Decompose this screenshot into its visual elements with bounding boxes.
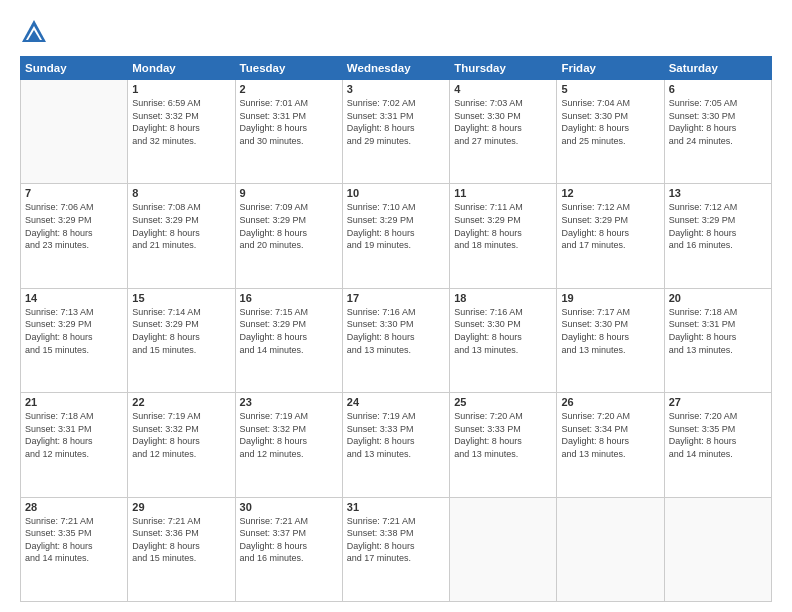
day-info: Sunrise: 7:16 AMSunset: 3:30 PMDaylight:…: [454, 306, 552, 356]
day-number: 13: [669, 187, 767, 199]
day-cell-1: 1Sunrise: 6:59 AMSunset: 3:32 PMDaylight…: [128, 80, 235, 184]
day-cell-25: 25Sunrise: 7:20 AMSunset: 3:33 PMDayligh…: [450, 393, 557, 497]
day-cell-8: 8Sunrise: 7:08 AMSunset: 3:29 PMDaylight…: [128, 184, 235, 288]
day-cell-13: 13Sunrise: 7:12 AMSunset: 3:29 PMDayligh…: [664, 184, 771, 288]
day-number: 9: [240, 187, 338, 199]
day-cell-14: 14Sunrise: 7:13 AMSunset: 3:29 PMDayligh…: [21, 288, 128, 392]
header: [20, 18, 772, 46]
empty-cell: [450, 497, 557, 601]
day-number: 6: [669, 83, 767, 95]
day-cell-23: 23Sunrise: 7:19 AMSunset: 3:32 PMDayligh…: [235, 393, 342, 497]
day-cell-9: 9Sunrise: 7:09 AMSunset: 3:29 PMDaylight…: [235, 184, 342, 288]
day-number: 4: [454, 83, 552, 95]
day-info: Sunrise: 7:21 AMSunset: 3:35 PMDaylight:…: [25, 515, 123, 565]
col-header-saturday: Saturday: [664, 57, 771, 80]
day-cell-12: 12Sunrise: 7:12 AMSunset: 3:29 PMDayligh…: [557, 184, 664, 288]
day-number: 28: [25, 501, 123, 513]
day-info: Sunrise: 7:19 AMSunset: 3:33 PMDaylight:…: [347, 410, 445, 460]
day-info: Sunrise: 7:16 AMSunset: 3:30 PMDaylight:…: [347, 306, 445, 356]
calendar-header-row: SundayMondayTuesdayWednesdayThursdayFrid…: [21, 57, 772, 80]
day-cell-24: 24Sunrise: 7:19 AMSunset: 3:33 PMDayligh…: [342, 393, 449, 497]
day-number: 21: [25, 396, 123, 408]
day-number: 17: [347, 292, 445, 304]
day-cell-17: 17Sunrise: 7:16 AMSunset: 3:30 PMDayligh…: [342, 288, 449, 392]
day-cell-16: 16Sunrise: 7:15 AMSunset: 3:29 PMDayligh…: [235, 288, 342, 392]
day-cell-30: 30Sunrise: 7:21 AMSunset: 3:37 PMDayligh…: [235, 497, 342, 601]
day-info: Sunrise: 7:01 AMSunset: 3:31 PMDaylight:…: [240, 97, 338, 147]
day-info: Sunrise: 7:12 AMSunset: 3:29 PMDaylight:…: [669, 201, 767, 251]
week-row-2: 7Sunrise: 7:06 AMSunset: 3:29 PMDaylight…: [21, 184, 772, 288]
day-cell-3: 3Sunrise: 7:02 AMSunset: 3:31 PMDaylight…: [342, 80, 449, 184]
day-number: 12: [561, 187, 659, 199]
day-info: Sunrise: 7:04 AMSunset: 3:30 PMDaylight:…: [561, 97, 659, 147]
day-cell-18: 18Sunrise: 7:16 AMSunset: 3:30 PMDayligh…: [450, 288, 557, 392]
day-number: 22: [132, 396, 230, 408]
calendar: SundayMondayTuesdayWednesdayThursdayFrid…: [20, 56, 772, 602]
day-number: 2: [240, 83, 338, 95]
day-number: 3: [347, 83, 445, 95]
day-cell-6: 6Sunrise: 7:05 AMSunset: 3:30 PMDaylight…: [664, 80, 771, 184]
day-number: 10: [347, 187, 445, 199]
day-cell-28: 28Sunrise: 7:21 AMSunset: 3:35 PMDayligh…: [21, 497, 128, 601]
day-cell-21: 21Sunrise: 7:18 AMSunset: 3:31 PMDayligh…: [21, 393, 128, 497]
day-info: Sunrise: 7:06 AMSunset: 3:29 PMDaylight:…: [25, 201, 123, 251]
day-number: 18: [454, 292, 552, 304]
day-number: 14: [25, 292, 123, 304]
day-number: 20: [669, 292, 767, 304]
day-cell-29: 29Sunrise: 7:21 AMSunset: 3:36 PMDayligh…: [128, 497, 235, 601]
day-info: Sunrise: 7:20 AMSunset: 3:34 PMDaylight:…: [561, 410, 659, 460]
day-info: Sunrise: 7:15 AMSunset: 3:29 PMDaylight:…: [240, 306, 338, 356]
day-cell-5: 5Sunrise: 7:04 AMSunset: 3:30 PMDaylight…: [557, 80, 664, 184]
day-number: 19: [561, 292, 659, 304]
day-number: 5: [561, 83, 659, 95]
day-number: 7: [25, 187, 123, 199]
day-cell-15: 15Sunrise: 7:14 AMSunset: 3:29 PMDayligh…: [128, 288, 235, 392]
day-info: Sunrise: 7:03 AMSunset: 3:30 PMDaylight:…: [454, 97, 552, 147]
day-cell-11: 11Sunrise: 7:11 AMSunset: 3:29 PMDayligh…: [450, 184, 557, 288]
day-number: 1: [132, 83, 230, 95]
week-row-1: 1Sunrise: 6:59 AMSunset: 3:32 PMDaylight…: [21, 80, 772, 184]
day-info: Sunrise: 7:13 AMSunset: 3:29 PMDaylight:…: [25, 306, 123, 356]
empty-cell: [664, 497, 771, 601]
day-cell-7: 7Sunrise: 7:06 AMSunset: 3:29 PMDaylight…: [21, 184, 128, 288]
day-number: 24: [347, 396, 445, 408]
day-info: Sunrise: 7:09 AMSunset: 3:29 PMDaylight:…: [240, 201, 338, 251]
day-number: 15: [132, 292, 230, 304]
day-number: 11: [454, 187, 552, 199]
day-cell-22: 22Sunrise: 7:19 AMSunset: 3:32 PMDayligh…: [128, 393, 235, 497]
day-info: Sunrise: 7:08 AMSunset: 3:29 PMDaylight:…: [132, 201, 230, 251]
day-number: 16: [240, 292, 338, 304]
day-cell-2: 2Sunrise: 7:01 AMSunset: 3:31 PMDaylight…: [235, 80, 342, 184]
week-row-4: 21Sunrise: 7:18 AMSunset: 3:31 PMDayligh…: [21, 393, 772, 497]
day-cell-31: 31Sunrise: 7:21 AMSunset: 3:38 PMDayligh…: [342, 497, 449, 601]
day-info: Sunrise: 7:19 AMSunset: 3:32 PMDaylight:…: [132, 410, 230, 460]
col-header-friday: Friday: [557, 57, 664, 80]
day-info: Sunrise: 7:21 AMSunset: 3:37 PMDaylight:…: [240, 515, 338, 565]
day-number: 8: [132, 187, 230, 199]
day-cell-4: 4Sunrise: 7:03 AMSunset: 3:30 PMDaylight…: [450, 80, 557, 184]
day-info: Sunrise: 7:14 AMSunset: 3:29 PMDaylight:…: [132, 306, 230, 356]
day-info: Sunrise: 7:05 AMSunset: 3:30 PMDaylight:…: [669, 97, 767, 147]
empty-cell: [557, 497, 664, 601]
col-header-monday: Monday: [128, 57, 235, 80]
day-info: Sunrise: 7:18 AMSunset: 3:31 PMDaylight:…: [669, 306, 767, 356]
day-number: 23: [240, 396, 338, 408]
logo: [20, 18, 52, 46]
day-info: Sunrise: 7:02 AMSunset: 3:31 PMDaylight:…: [347, 97, 445, 147]
week-row-5: 28Sunrise: 7:21 AMSunset: 3:35 PMDayligh…: [21, 497, 772, 601]
day-info: Sunrise: 7:19 AMSunset: 3:32 PMDaylight:…: [240, 410, 338, 460]
day-info: Sunrise: 7:17 AMSunset: 3:30 PMDaylight:…: [561, 306, 659, 356]
day-info: Sunrise: 7:20 AMSunset: 3:35 PMDaylight:…: [669, 410, 767, 460]
col-header-thursday: Thursday: [450, 57, 557, 80]
col-header-sunday: Sunday: [21, 57, 128, 80]
day-cell-27: 27Sunrise: 7:20 AMSunset: 3:35 PMDayligh…: [664, 393, 771, 497]
day-number: 25: [454, 396, 552, 408]
day-cell-10: 10Sunrise: 7:10 AMSunset: 3:29 PMDayligh…: [342, 184, 449, 288]
day-info: Sunrise: 7:11 AMSunset: 3:29 PMDaylight:…: [454, 201, 552, 251]
day-number: 30: [240, 501, 338, 513]
day-info: Sunrise: 7:21 AMSunset: 3:38 PMDaylight:…: [347, 515, 445, 565]
col-header-wednesday: Wednesday: [342, 57, 449, 80]
day-cell-26: 26Sunrise: 7:20 AMSunset: 3:34 PMDayligh…: [557, 393, 664, 497]
col-header-tuesday: Tuesday: [235, 57, 342, 80]
day-info: Sunrise: 7:20 AMSunset: 3:33 PMDaylight:…: [454, 410, 552, 460]
